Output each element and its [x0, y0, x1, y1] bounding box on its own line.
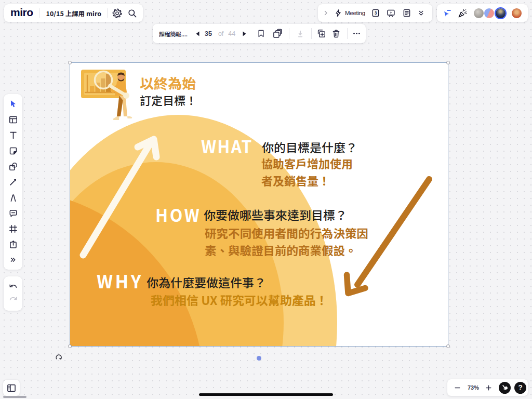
- more-options-icon[interactable]: [352, 29, 361, 38]
- bookmark-icon[interactable]: [257, 29, 265, 38]
- of-label: of: [218, 30, 223, 37]
- divider: [347, 28, 348, 39]
- why-question[interactable]: 你為什麼要做這件事？: [147, 276, 266, 288]
- avatar-blue-pink[interactable]: [484, 8, 494, 18]
- frame-handle-bl[interactable]: [68, 344, 72, 348]
- slide-title-black[interactable]: 訂定目標！: [140, 94, 197, 105]
- select-tool-icon[interactable]: [7, 98, 19, 110]
- frame-nav-toolbar: 課程簡報.... 35 of 44: [153, 24, 366, 43]
- what-label[interactable]: WHAT: [201, 138, 252, 154]
- current-page: 35: [205, 30, 212, 37]
- timer-icon[interactable]: 3: [371, 8, 380, 18]
- total-pages: 44: [228, 30, 235, 37]
- meeting-toolbar: Meeting 3: [318, 4, 432, 22]
- divider: [311, 28, 312, 39]
- frame-tool-icon[interactable]: [7, 222, 19, 235]
- party-popper-icon[interactable]: [458, 8, 468, 18]
- zoom-level[interactable]: 73%: [468, 384, 479, 391]
- prev-page-icon[interactable]: [195, 31, 200, 36]
- home-indicator: [199, 393, 333, 396]
- trash-icon[interactable]: [331, 29, 341, 38]
- undo-icon[interactable]: [7, 281, 19, 294]
- horizontal-scroll-indicator[interactable]: [3, 396, 26, 398]
- what-answer-1[interactable]: 協助客戶增加使用: [261, 157, 353, 169]
- avatar-grey[interactable]: [474, 8, 484, 18]
- help-button[interactable]: ?: [514, 382, 526, 394]
- shapes-tool-icon[interactable]: [7, 160, 19, 172]
- download-icon: [296, 29, 305, 38]
- double-chevron-down-icon[interactable]: [418, 10, 424, 17]
- slide-content: 以終為始 訂定目標！ WHAT 你的目標是什麼？ 協助客戶增加使用 者及銷售量！…: [70, 63, 448, 346]
- lightning-icon[interactable]: [334, 9, 342, 17]
- duplicate-icon[interactable]: [316, 29, 326, 38]
- board-title[interactable]: 10/15 上課用 miro: [46, 8, 101, 18]
- miro-logo[interactable]: miro: [10, 6, 33, 19]
- what-question[interactable]: 你的目標是什麼？: [262, 141, 357, 153]
- how-question[interactable]: 你要做哪些事來達到目標？: [204, 209, 347, 221]
- frame-name[interactable]: 課程簡報....: [159, 30, 188, 38]
- touch-mode-button[interactable]: [499, 382, 511, 394]
- notes-icon[interactable]: [402, 8, 411, 18]
- comment-tool-icon[interactable]: [7, 207, 19, 219]
- text-tool-icon[interactable]: [7, 129, 19, 141]
- sticky-note-tool-icon[interactable]: [7, 144, 19, 157]
- divider: [289, 28, 289, 39]
- zoom-in-icon[interactable]: [485, 384, 492, 391]
- pages-stack-icon[interactable]: [272, 29, 283, 39]
- how-label[interactable]: HOW: [155, 206, 201, 223]
- zoom-out-icon[interactable]: [454, 384, 461, 391]
- tools-palette: [4, 94, 22, 270]
- search-icon[interactable]: [127, 8, 137, 18]
- rotate-handle-icon[interactable]: [55, 354, 63, 362]
- svg-text:3: 3: [375, 11, 377, 16]
- divider: [39, 8, 40, 18]
- settings-gear-icon[interactable]: [112, 8, 122, 18]
- frame-handle-tl[interactable]: [68, 61, 72, 64]
- slide-title-orange[interactable]: 以終為始: [140, 76, 196, 90]
- cursors-toggle-icon[interactable]: [443, 8, 452, 18]
- help-question-mark: ?: [518, 383, 522, 391]
- collapse-chevron-icon[interactable]: [323, 10, 329, 16]
- more-tools-icon[interactable]: [7, 254, 19, 266]
- how-answer-2[interactable]: 素、與驗證目前的商業假設。: [205, 244, 357, 256]
- arrow-tool-icon[interactable]: [7, 176, 19, 188]
- frame-handle-br[interactable]: [446, 344, 450, 348]
- pen-tool-icon[interactable]: [7, 191, 19, 204]
- zoom-toolbar: 73% ?: [447, 379, 528, 396]
- frames-panel-button[interactable]: [3, 380, 20, 396]
- presence-dot: [257, 356, 261, 361]
- why-label[interactable]: WHY: [97, 272, 143, 290]
- next-page-icon[interactable]: [242, 31, 247, 36]
- meeting-label[interactable]: Meeting: [345, 10, 365, 16]
- what-answer-2[interactable]: 者及銷售量！: [261, 175, 330, 186]
- avatar-dark-ringed[interactable]: [496, 8, 506, 18]
- selected-frame[interactable]: 以終為始 訂定目標！ WHAT 你的目標是什麼？ 協助客戶增加使用 者及銷售量！…: [70, 63, 448, 346]
- redo-icon: [7, 294, 19, 306]
- upload-tool-icon[interactable]: [7, 238, 19, 250]
- divider: [107, 8, 108, 18]
- avatar-orange[interactable]: [512, 8, 522, 18]
- collaboration-toolbar: [437, 4, 528, 22]
- how-answer-1[interactable]: 研究不同使用者間的行為決策因: [205, 227, 368, 239]
- templates-tool-icon[interactable]: [7, 113, 19, 126]
- presentation-icon[interactable]: [386, 8, 396, 18]
- why-answer[interactable]: 我們相信 UX 研究可以幫助產品！: [151, 294, 328, 306]
- header-board-bar: miro 10/15 上課用 miro: [4, 4, 143, 22]
- undo-redo-palette: [4, 276, 22, 311]
- illustration-analyst: [81, 70, 132, 120]
- frame-handle-tr[interactable]: [446, 61, 450, 64]
